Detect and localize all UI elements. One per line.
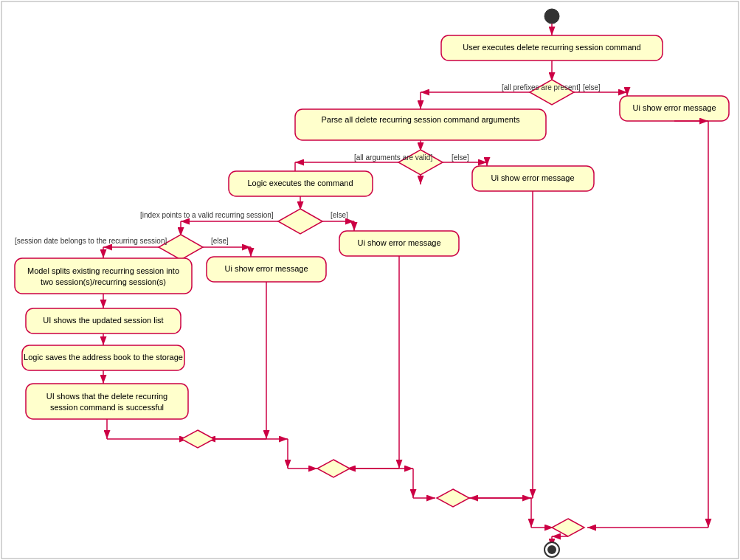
text-ui-shows-updated: UI shows the updated session list (43, 316, 163, 325)
text-logic-executes: Logic executes the command (247, 179, 353, 187)
diagram-container: User executes delete recurring session c… (0, 0, 740, 560)
text-user-executes: User executes delete recurring session c… (463, 43, 641, 52)
label-index-points: [index points to a valid recurring sessi… (140, 211, 274, 219)
text-ui-error-4: Ui show error message (224, 264, 308, 273)
label-all-prefixes: [all prefixes are present] (502, 83, 581, 91)
text-ui-shows-success-2: session command is successful (50, 403, 164, 412)
label-else1: [else] (583, 83, 601, 91)
text-ui-error-3: Ui show error message (357, 238, 440, 247)
end-node-inner (547, 545, 556, 554)
diamond-merge1 (181, 430, 214, 448)
label-session-date: [session date belongs to the recurring s… (15, 237, 167, 245)
label-else2: [else] (452, 153, 469, 162)
node-ui-shows-success (26, 384, 188, 419)
text-ui-error-1: Ui show error message (632, 103, 716, 112)
diamond-merge2 (317, 460, 350, 477)
diamond-index (278, 209, 322, 234)
diamond-merge4 (552, 519, 584, 536)
text-ui-error-2: Ui show error message (491, 173, 574, 182)
label-all-args: [all arguments are valid] (354, 153, 432, 162)
text-ui-shows-success-1: UI shows that the delete recurring (46, 392, 167, 401)
label-else4: [else] (211, 237, 229, 245)
start-node (544, 9, 559, 24)
text-parse-args-1: Parse all delete recurring session comma… (321, 115, 520, 124)
text-model-splits-1: Model splits existing recurring session … (27, 266, 179, 275)
label-else3: [else] (331, 211, 348, 219)
diamond-merge3 (437, 489, 469, 507)
text-logic-saves: Logic saves the address book to the stor… (24, 353, 183, 362)
text-model-splits-2: two session(s)/recurring session(s) (41, 277, 166, 286)
node-model-splits (15, 258, 192, 294)
node-parse-args (295, 109, 546, 140)
